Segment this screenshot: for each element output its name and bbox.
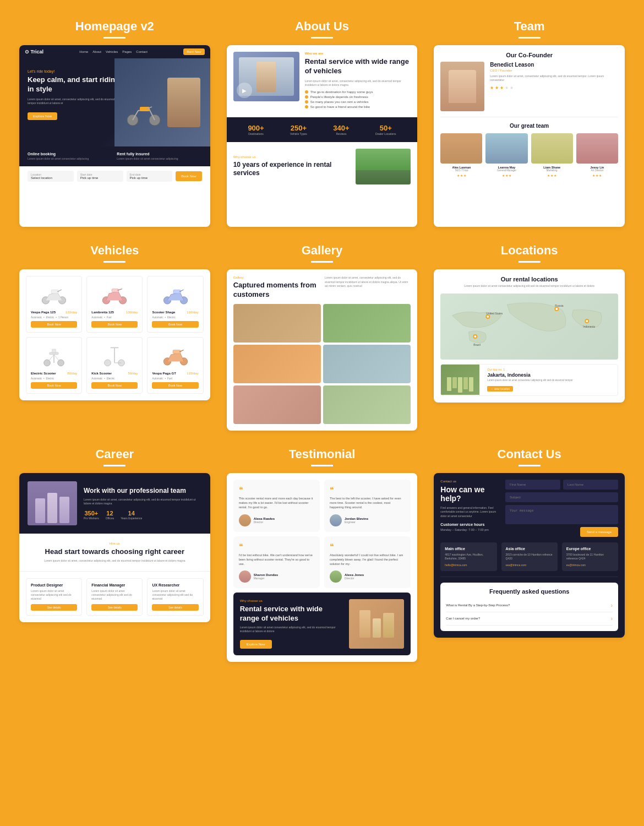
homepage-cell: Homepage v2 ⊙ Trical Home About Vehicles… bbox=[11, 11, 219, 235]
hero-scooter-icon bbox=[124, 97, 163, 127]
vehicles-cell: Vehicles Vespa Pag bbox=[11, 235, 219, 439]
vehicle-3-name: Scooter Shage bbox=[152, 311, 175, 314]
team-grid: Alex Lasman SEO / Trical ★ ★ ★ Leanna Ma… bbox=[440, 133, 618, 177]
team-founder-stars: ★ ★ ★ ★ ★ bbox=[490, 85, 618, 90]
vehicle-5-name: Kick Scooter bbox=[91, 372, 112, 375]
hp-rent-btn[interactable]: Rent Now bbox=[183, 48, 204, 55]
about-stats: 900+ Destinations 250+ Vehicle Types 340… bbox=[227, 117, 418, 142]
contact-left: Contact us How can we help? Find answers… bbox=[440, 480, 500, 537]
vehicle-1-img bbox=[31, 281, 77, 308]
testimonial-bottom-btn[interactable]: Explore Now bbox=[240, 640, 272, 649]
contact-message-textarea[interactable] bbox=[505, 505, 618, 524]
vehicle-2-btn[interactable]: Book Now bbox=[91, 321, 138, 328]
svg-rect-2 bbox=[140, 107, 150, 111]
vehicle-3-btn[interactable]: Book Now bbox=[152, 321, 198, 328]
career-hero: Work with our professional team Lorem ip… bbox=[19, 473, 210, 534]
vehicle-1-btn[interactable]: Book Now bbox=[31, 321, 77, 328]
team-member-1: Alex Lasman SEO / Trical ★ ★ ★ bbox=[440, 133, 482, 177]
about-stat-1: 900+ Destinations bbox=[248, 124, 264, 135]
contact-faq-item-2[interactable]: Can I cancel my order? › bbox=[446, 612, 613, 626]
hp-nav-contact[interactable]: Contact bbox=[136, 50, 148, 53]
hp-hero: Let's ride today! Keep calm, and start r… bbox=[19, 58, 210, 146]
gallery-img-1 bbox=[233, 304, 321, 343]
hp-hero-cta[interactable]: Explore Now bbox=[28, 112, 57, 120]
contact-desc: Find answers and general information. Fe… bbox=[440, 506, 500, 519]
contact-office-main: Main office 4817 washington Ave, Houllto… bbox=[440, 542, 496, 571]
team-member-4-img bbox=[576, 133, 618, 164]
gallery-img-6 bbox=[323, 385, 411, 424]
contact-top: Contact us How can we help? Find answers… bbox=[440, 480, 618, 537]
hp-feature-2-title: Rent fully insured bbox=[117, 152, 201, 156]
vehicle-4-name: Electric Scooter bbox=[31, 372, 56, 375]
hp-feature-2-desc: Lorem ipsum dolor sit amet consectetur a… bbox=[117, 157, 201, 161]
contact-lastname-input[interactable] bbox=[563, 480, 618, 490]
vehicle-4-btn[interactable]: Book Now bbox=[31, 382, 77, 389]
career-position-1-btn[interactable]: See details bbox=[31, 604, 77, 611]
about-tag: Who we are bbox=[305, 52, 411, 55]
locations-feature-btn[interactable]: → view location bbox=[487, 386, 513, 392]
contact-subject-input[interactable] bbox=[505, 492, 618, 502]
vehicle-3-price: 110/day bbox=[187, 311, 198, 314]
svg-point-22 bbox=[487, 316, 489, 318]
vehicle-5-btn[interactable]: Book Now bbox=[91, 382, 138, 389]
vehicle-2-img bbox=[91, 281, 138, 308]
gallery-tag: Gallery bbox=[233, 276, 319, 279]
gallery-cell: Gallery Gallery Captured moments from cu… bbox=[219, 235, 426, 439]
vehicle-2: Lambretta 125 100/day Automatic • Fuel B… bbox=[86, 276, 143, 333]
about-card: ▶ Who we are Rental service with wide ra… bbox=[227, 45, 418, 227]
vehicle-3-img bbox=[152, 281, 198, 308]
vehicle-1-price: 120/day bbox=[66, 311, 77, 314]
about-cell: About Us ▶ Who we bbox=[219, 11, 426, 235]
testimonial-item-3: ❝ I'd be lost without bike. We can't und… bbox=[233, 536, 320, 589]
vehicle-3-specs: Automatic • Electric bbox=[152, 316, 198, 319]
vehicle-2-price: 100/day bbox=[126, 311, 138, 314]
svg-text:Russia: Russia bbox=[555, 304, 564, 307]
hp-nav-pages[interactable]: Pages bbox=[122, 50, 132, 53]
hp-nav-home[interactable]: Home bbox=[79, 50, 88, 53]
hp-nav-links: Home About Vehicles Pages Contact bbox=[79, 50, 148, 53]
hp-booking-btn[interactable]: Book Now bbox=[176, 171, 201, 181]
vehicle-6-btn[interactable]: Book Now bbox=[152, 382, 198, 389]
vehicle-5-price: 50/day bbox=[128, 372, 138, 375]
contact-firstname-input[interactable] bbox=[505, 480, 560, 490]
hp-hero-desc: Lorem ipsum dolor sit amet, consectetur … bbox=[28, 97, 123, 105]
about-points: The go-to destination for happy some guy… bbox=[305, 90, 411, 108]
hp-nav-about[interactable]: About bbox=[92, 50, 101, 53]
career-position-2-btn[interactable]: See details bbox=[91, 604, 138, 611]
team-founder-info: Benedict Leason CEO / Founder Lorem ipsu… bbox=[490, 62, 618, 111]
locations-map: United States Russia Brazil Indonesia bbox=[440, 294, 618, 360]
career-position-3-btn[interactable]: See details bbox=[152, 604, 198, 611]
testimonial-author-3: Sharon Dundas Manager bbox=[239, 570, 314, 583]
hp-booking: Location Select location Start date Pick… bbox=[19, 166, 210, 186]
svg-point-28 bbox=[586, 320, 588, 322]
hp-start-field[interactable]: Start date Pick up time bbox=[77, 171, 123, 182]
career-cta-desc: Lorem ipsum dolor sit amet, consectetur … bbox=[28, 559, 202, 563]
testimonial-author-2: Jordan Blevins Engineer bbox=[330, 514, 405, 526]
about-content: Who we are Rental service with wide rang… bbox=[305, 52, 411, 110]
contact-submit-btn[interactable]: Send a message bbox=[580, 527, 618, 537]
contact-hours: Monday – Saturday: 7:00 – 7:00 pm bbox=[440, 528, 500, 531]
about-play-icon[interactable]: ▶ bbox=[237, 83, 252, 98]
hp-end-field[interactable]: End date Pick up time bbox=[127, 171, 173, 182]
vespa-gt-icon bbox=[162, 345, 189, 367]
locations-feature-info: Our top no. 1 Jakarta, Indonesia Lorem i… bbox=[484, 365, 618, 395]
team-member-3: Liam Shane Marketing ★ ★ ★ bbox=[531, 133, 573, 177]
team-member-2-img bbox=[485, 133, 527, 164]
team-card: Our Co-Founder Benedict Leason CEO / Fou… bbox=[434, 45, 625, 227]
hp-nav: ⊙ Trical Home About Vehicles Pages Conta… bbox=[19, 45, 210, 58]
hp-location-field[interactable]: Location Select location bbox=[28, 171, 74, 182]
team-member-3-stars: ★ ★ ★ bbox=[531, 173, 573, 177]
testimonial-author-info-4: Alexa Jones Director bbox=[345, 573, 364, 580]
team-grid-title: Our great team bbox=[440, 123, 618, 129]
contact-name-row bbox=[505, 480, 618, 490]
hp-location-value: Select location bbox=[31, 176, 70, 180]
testimonial-avatar-4 bbox=[330, 570, 342, 583]
electric-scooter-icon bbox=[40, 345, 68, 367]
hp-hero-person bbox=[167, 78, 200, 127]
contact-faq-item-1[interactable]: What is Rental By a Step-by-Step Process… bbox=[446, 599, 613, 612]
gallery-desc: Lorem ipsum dolor sit amet, consectetur … bbox=[325, 276, 411, 289]
about-point-1: The go-to destination for happy some guy… bbox=[305, 90, 411, 94]
hp-nav-vehicles[interactable]: Vehicles bbox=[106, 50, 118, 53]
about-top: ▶ Who we are Rental service with wide ra… bbox=[227, 45, 418, 117]
vehicles-title: Vehicles bbox=[90, 243, 139, 258]
